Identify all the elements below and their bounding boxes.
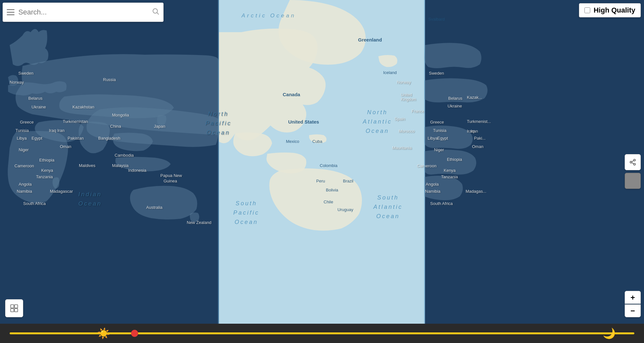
map-dark-left xyxy=(0,0,219,343)
timeline[interactable]: ☀️ 🌙 xyxy=(0,324,644,343)
svg-point-3 xyxy=(630,161,632,163)
right-controls xyxy=(625,154,641,189)
svg-rect-7 xyxy=(11,305,14,308)
svg-line-5 xyxy=(632,162,634,164)
search-button[interactable] xyxy=(152,7,159,17)
divider-right xyxy=(424,0,425,324)
timeline-moon-icon: 🌙 xyxy=(603,327,616,339)
svg-rect-10 xyxy=(14,309,18,312)
map-dark-right xyxy=(425,0,644,343)
search-bar xyxy=(3,3,164,22)
search-input[interactable] xyxy=(18,8,152,16)
share-button[interactable] xyxy=(625,154,641,170)
layers-button[interactable] xyxy=(5,299,23,317)
map-container[interactable]: Sweden Norway Belarus Ukraine Greece Tun… xyxy=(0,0,644,343)
svg-point-4 xyxy=(634,163,636,165)
timeline-track[interactable]: ☀️ 🌙 xyxy=(10,332,634,334)
zoom-controls: + − xyxy=(625,291,641,317)
svg-line-1 xyxy=(157,13,159,15)
svg-rect-8 xyxy=(14,305,18,308)
divider-left xyxy=(218,0,219,324)
color-selector[interactable] xyxy=(625,173,641,189)
high-quality-checkbox[interactable] xyxy=(584,7,590,13)
timeline-sun-icon: ☀️ xyxy=(97,327,110,339)
hamburger-menu[interactable] xyxy=(7,9,14,15)
high-quality-label[interactable]: High Quality xyxy=(593,6,635,14)
zoom-in-button[interactable]: + xyxy=(625,291,641,304)
zoom-out-button[interactable]: − xyxy=(625,304,641,317)
timeline-position-marker xyxy=(131,330,138,337)
svg-line-6 xyxy=(632,161,634,162)
map-light-center xyxy=(219,0,425,343)
high-quality-toggle[interactable]: High Quality xyxy=(579,3,641,17)
svg-rect-9 xyxy=(11,309,14,312)
svg-point-2 xyxy=(634,159,636,161)
svg-point-0 xyxy=(153,9,157,13)
